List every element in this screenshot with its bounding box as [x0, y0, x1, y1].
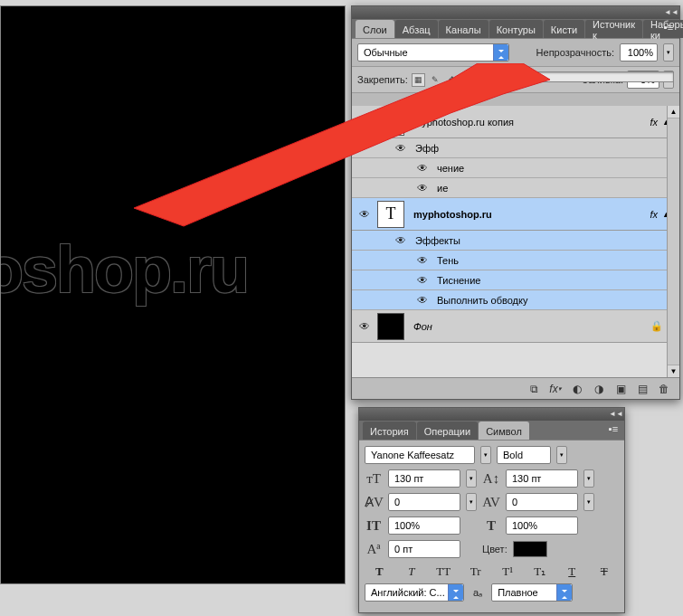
tracking-input[interactable]: 0 — [506, 493, 578, 511]
baseline-value: 0 пт — [394, 544, 413, 554]
text-color-swatch[interactable] — [513, 541, 547, 557]
antialias-select[interactable]: Плавное — [491, 583, 573, 602]
language-select[interactable]: Английский: С... — [365, 583, 464, 602]
kerning-input[interactable]: 0 — [388, 493, 460, 511]
effect-name: ие — [437, 183, 448, 194]
fx-menu-icon[interactable]: fx▾ — [547, 381, 564, 397]
link-layers-icon[interactable]: ⧉ — [526, 381, 542, 397]
tab-history[interactable]: История — [363, 422, 416, 440]
lock-move-icon[interactable]: ✥ — [446, 73, 460, 87]
font-size-icon: тT — [365, 471, 383, 487]
visibility-icon[interactable]: 👁 — [356, 208, 374, 221]
opacity-input[interactable]: 100% — [620, 43, 658, 62]
effect-row[interactable]: 👁 чение — [352, 158, 679, 178]
subscript-button[interactable]: T₁ — [531, 564, 549, 580]
faux-italic-button[interactable]: T — [403, 564, 421, 580]
layers-list: 👁 T myphotoshop.ru копия fx ▲ 👁 Эфф 👁 че… — [352, 106, 679, 377]
layers-scrollbar[interactable]: ▲ ▼ — [667, 106, 679, 377]
hscale-input[interactable]: 100% — [506, 516, 578, 535]
lock-brush-icon[interactable]: ✎ — [429, 73, 442, 87]
adjustment-icon[interactable]: ◑ — [591, 381, 607, 397]
baseline-input[interactable]: 0 пт — [388, 540, 460, 558]
effect-row[interactable]: 👁 ие — [352, 178, 679, 198]
language-value: Английский: С... — [371, 587, 445, 598]
tab-channels[interactable]: Каналы — [439, 20, 489, 38]
layer-row[interactable]: 👁 T myphotoshop.ru копия fx ▲ — [352, 106, 679, 138]
visibility-icon[interactable]: 👁 — [413, 182, 432, 194]
superscript-button[interactable]: T¹ — [498, 564, 517, 580]
new-layer-icon[interactable]: ▤ — [634, 381, 650, 397]
layer-thumbnail[interactable]: T — [377, 201, 404, 228]
baseline-icon: Aª — [365, 542, 383, 557]
effect-row[interactable]: 👁 Тень — [352, 251, 679, 270]
visibility-icon[interactable]: 👁 — [356, 116, 374, 128]
layer-thumbnail[interactable] — [377, 313, 404, 340]
effect-row[interactable]: 👁 Выполнить обводку — [352, 290, 679, 310]
leading-value: 130 пт — [512, 473, 541, 484]
font-family-select[interactable]: Yanone Kaffeesatz — [365, 446, 475, 464]
tab-brushes[interactable]: Кисти — [544, 20, 584, 38]
effects-header-row[interactable]: 👁 Эффекты — [352, 231, 679, 251]
faux-bold-button[interactable]: T — [370, 564, 388, 580]
fill-slider-thumb[interactable] — [485, 71, 492, 83]
font-style-select[interactable]: Bold — [497, 446, 551, 464]
font-style-popup-icon[interactable]: ▾ — [556, 446, 567, 464]
layer-thumbnail[interactable]: T — [377, 109, 404, 136]
visibility-icon[interactable]: 👁 — [413, 274, 432, 287]
character-panel: ◄◄ История Операции Символ ▪≡ Yanone Kaf… — [358, 407, 625, 613]
scroll-down-icon[interactable]: ▼ — [668, 365, 679, 377]
tab-character[interactable]: Символ — [479, 422, 529, 440]
collapse-icon[interactable]: ◄◄ — [611, 410, 621, 419]
layer-row[interactable]: 👁 Фон 🔒 — [352, 310, 679, 343]
blend-mode-select[interactable]: Обычные — [357, 43, 509, 62]
panel-header[interactable]: ◄◄ — [352, 6, 679, 19]
fx-badge[interactable]: fx — [650, 117, 658, 128]
antialias-value: Плавное — [498, 587, 538, 598]
font-family-popup-icon[interactable]: ▾ — [480, 446, 491, 464]
group-icon[interactable]: ▣ — [612, 381, 629, 397]
font-size-value: 130 пт — [394, 473, 423, 484]
layer-name: Фон — [413, 321, 432, 332]
lock-transparency-icon[interactable]: ▦ — [412, 73, 425, 87]
tracking-popup-icon[interactable]: ▾ — [583, 493, 594, 511]
visibility-icon[interactable]: 👁 — [356, 320, 374, 333]
effects-header-row[interactable]: 👁 Эфф — [352, 138, 679, 158]
underline-button[interactable]: T — [563, 564, 581, 580]
lock-all-icon[interactable]: 🔒 — [463, 73, 477, 87]
leading-input[interactable]: 130 пт — [506, 469, 578, 488]
kerning-popup-icon[interactable]: ▾ — [466, 493, 477, 511]
smallcaps-button[interactable]: Tr — [467, 564, 485, 580]
panel-menu-icon[interactable]: ▪≡ — [661, 22, 676, 34]
panel-menu-icon[interactable]: ▪≡ — [606, 423, 621, 436]
opacity-popup-icon[interactable]: ▾ — [663, 43, 674, 62]
visibility-icon[interactable]: 👁 — [392, 234, 410, 247]
font-size-input[interactable]: 130 пт — [388, 469, 460, 488]
layers-footer: ⧉ fx▾ ◐ ◑ ▣ ▤ 🗑 — [352, 377, 679, 399]
tab-paths[interactable]: Контуры — [489, 20, 543, 38]
visibility-icon[interactable]: 👁 — [392, 142, 410, 155]
collapse-icon[interactable]: ◄◄ — [666, 8, 677, 17]
tab-actions[interactable]: Операции — [417, 422, 478, 440]
leading-popup-icon[interactable]: ▾ — [583, 469, 594, 488]
scroll-up-icon[interactable]: ▲ — [668, 106, 679, 118]
vscale-input[interactable]: 100% — [388, 516, 460, 535]
visibility-icon[interactable]: 👁 — [413, 294, 432, 307]
visibility-icon[interactable]: 👁 — [413, 254, 432, 267]
fx-badge[interactable]: fx — [650, 209, 658, 220]
strikethrough-button[interactable]: Ŧ — [595, 564, 613, 580]
tab-layers[interactable]: Слои — [356, 20, 394, 38]
panel-header[interactable]: ◄◄ — [359, 408, 624, 421]
trash-icon[interactable]: 🗑 — [656, 381, 672, 397]
tracking-icon: AV — [482, 495, 500, 510]
canvas[interactable]: hotoshop.ru — [0, 5, 346, 584]
vscale-value: 100% — [394, 520, 420, 531]
font-size-popup-icon[interactable]: ▾ — [466, 469, 477, 488]
tab-paragraph[interactable]: Абзац — [395, 20, 438, 38]
layer-row[interactable]: 👁 T myphotoshop.ru fx ▲ — [352, 198, 679, 231]
visibility-icon[interactable]: 👁 — [413, 162, 432, 175]
effect-row[interactable]: 👁 Тиснение — [352, 270, 679, 290]
mask-icon[interactable]: ◐ — [569, 381, 585, 397]
fill-slider[interactable] — [484, 71, 674, 82]
allcaps-button[interactable]: TT — [434, 564, 452, 580]
tab-clone[interactable]: Источник к — [585, 20, 642, 38]
